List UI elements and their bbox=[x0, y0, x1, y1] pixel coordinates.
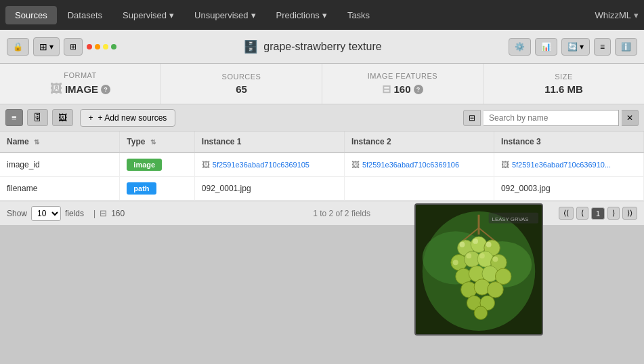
predictions-label: Predictions bbox=[276, 10, 320, 20]
col-name-label: Name bbox=[7, 137, 29, 146]
cell-type-1: path bbox=[120, 177, 195, 201]
nav-right: WhizzML ▾ bbox=[595, 10, 639, 20]
col-instance2: Instance 2 bbox=[344, 132, 494, 153]
instance2-value-0: 5f2591e36abad710c6369106 bbox=[362, 161, 459, 169]
nav-item-unsupervised[interactable]: Unsupervised ▾ bbox=[185, 6, 265, 24]
dot-yellow bbox=[103, 44, 108, 49]
format-text: IMAGE bbox=[65, 83, 98, 95]
col-name[interactable]: Name ⇅ bbox=[0, 132, 120, 153]
format-help-icon[interactable]: ? bbox=[101, 85, 110, 94]
configure-button[interactable]: ⚙️ bbox=[509, 38, 531, 56]
svg-point-18 bbox=[466, 254, 471, 259]
features-text: 160 bbox=[393, 83, 410, 95]
search-icon-button[interactable]: ⊟ bbox=[463, 110, 481, 126]
chart-button[interactable]: 📊 bbox=[535, 38, 557, 56]
show-count-select[interactable]: 10 25 50 bbox=[31, 206, 61, 221]
database-view-button[interactable]: 🗄 bbox=[27, 109, 48, 126]
nav-item-predictions[interactable]: Predictions ▾ bbox=[267, 6, 337, 24]
svg-point-19 bbox=[479, 254, 485, 259]
sources-label: Sources bbox=[15, 10, 47, 20]
instance1-link-0[interactable]: 🖼 5f2591e36abad710c6369105 bbox=[202, 160, 337, 169]
col-type[interactable]: Type ⇅ bbox=[120, 132, 195, 153]
unsupervised-chevron-icon: ▾ bbox=[251, 10, 256, 20]
content-toolbar: ≡ 🗄 🖼 + + Add new sources ⊟ ✕ bbox=[0, 104, 644, 132]
cell-name-0: image_id bbox=[0, 153, 120, 177]
search-area: ⊟ ✕ bbox=[463, 110, 639, 126]
svg-point-27 bbox=[488, 282, 503, 298]
top-navigation: Sources Datasets Supervised ▾ Unsupervis… bbox=[0, 0, 644, 30]
instance3-link-0[interactable]: 🖼 5f2591e36abad710c636910... bbox=[501, 160, 637, 169]
svg-text:LEASY GRVAS: LEASY GRVAS bbox=[492, 216, 529, 222]
fields-count: 160 bbox=[111, 209, 125, 218]
user-label[interactable]: WhizzML bbox=[595, 10, 631, 20]
features-icon: ⊟ bbox=[382, 83, 391, 96]
prev-page-button[interactable]: ⟨ bbox=[576, 207, 588, 220]
table-row: filename path 092_0001.jpg 092_0003.jpg bbox=[0, 177, 644, 201]
nav-item-supervised[interactable]: Supervised ▾ bbox=[113, 6, 184, 24]
lock-icon: 🔒 bbox=[13, 42, 23, 52]
type-badge-0: image bbox=[127, 159, 162, 171]
chart-icon: 📊 bbox=[541, 42, 551, 52]
instance1-value-1: 092_0001.jpg bbox=[202, 184, 251, 193]
instance2-link-0[interactable]: 🖼 5f2591e36abad710c6369106 bbox=[351, 160, 487, 169]
nav-item-sources[interactable]: Sources bbox=[5, 6, 57, 24]
col-instance1-label: Instance 1 bbox=[202, 137, 242, 146]
type-sort-icon[interactable]: ⇅ bbox=[150, 138, 156, 146]
svg-point-20 bbox=[493, 256, 498, 262]
col-instance1: Instance 1 bbox=[194, 132, 344, 153]
cell-inst3-1: 092_0003.jpg bbox=[494, 177, 643, 201]
dot-green bbox=[111, 44, 116, 49]
dot-orange bbox=[95, 44, 100, 49]
grape-image-preview: LEASY GRVAS bbox=[416, 205, 542, 334]
size-label: SIZE bbox=[555, 73, 572, 81]
loading-dots bbox=[87, 44, 116, 49]
refresh-button[interactable]: 🔄 ▾ bbox=[561, 38, 590, 56]
current-page-button[interactable]: 1 bbox=[591, 207, 605, 220]
predictions-chevron-icon: ▾ bbox=[322, 10, 327, 20]
cell-name-1: filename bbox=[0, 177, 120, 201]
list-view-button[interactable]: ≡ bbox=[5, 109, 23, 126]
stat-image-features: IMAGE FEATURES ⊟ 160 ? bbox=[322, 64, 484, 104]
nav-item-tasks[interactable]: Tasks bbox=[338, 6, 379, 24]
thumbnail-icon-0: 🖼 bbox=[202, 160, 210, 169]
next-page-button[interactable]: ⟩ bbox=[607, 207, 620, 220]
stat-sources: SOURCES 65 bbox=[161, 64, 322, 104]
add-sources-button[interactable]: + + Add new sources bbox=[80, 109, 176, 127]
table-footer: Show 10 25 50 fields | ⊟ 160 1 to 2 of 2… bbox=[0, 201, 644, 225]
info-button[interactable]: ℹ️ bbox=[615, 38, 637, 56]
formula-button[interactable]: ≡ bbox=[594, 38, 611, 56]
image-view-button[interactable]: 🖼 bbox=[52, 109, 73, 126]
footer-left: Show 10 25 50 fields | ⊟ 160 bbox=[7, 206, 125, 221]
unsupervised-label: Unsupervised bbox=[194, 10, 249, 20]
last-page-button[interactable]: ⟩⟩ bbox=[622, 207, 637, 220]
source-type-button[interactable]: ⊞ ▾ bbox=[33, 37, 60, 56]
supervised-chevron-icon: ▾ bbox=[169, 10, 174, 20]
features-help-icon[interactable]: ? bbox=[414, 85, 423, 94]
data-table: Name ⇅ Type ⇅ Instance 1 Instance 2 Inst… bbox=[0, 132, 644, 201]
database-icon: 🗄️ bbox=[243, 39, 258, 54]
refresh-chevron-icon: ▾ bbox=[580, 42, 584, 52]
nav-left: Sources Datasets Supervised ▾ Unsupervis… bbox=[5, 6, 379, 24]
lock-button[interactable]: 🔒 bbox=[7, 38, 29, 56]
search-clear-button[interactable]: ✕ bbox=[622, 110, 639, 126]
refresh-icon: 🔄 bbox=[567, 42, 578, 52]
instance3-value-1: 092_0003.jpg bbox=[501, 184, 551, 193]
grid-view-button[interactable]: ⊞ bbox=[64, 38, 83, 56]
col-instance3-label: Instance 3 bbox=[501, 137, 541, 146]
nav-item-datasets[interactable]: Datasets bbox=[58, 6, 112, 24]
info-icon: ℹ️ bbox=[621, 42, 631, 52]
col-instance2-label: Instance 2 bbox=[351, 137, 391, 146]
supervised-label: Supervised bbox=[123, 10, 167, 20]
name-sort-icon[interactable]: ⇅ bbox=[34, 138, 39, 146]
size-value: 11.6 MB bbox=[544, 83, 583, 95]
fields-label: fields bbox=[65, 209, 84, 218]
sources-stat-label: SOURCES bbox=[222, 73, 261, 81]
search-input[interactable] bbox=[484, 110, 619, 126]
cell-inst3-0: 🖼 5f2591e36abad710c636910... bbox=[494, 153, 643, 177]
show-label: Show bbox=[7, 209, 27, 218]
first-page-button[interactable]: ⟨⟨ bbox=[559, 207, 574, 220]
source-toolbar: 🔒 ⊞ ▾ ⊞ 🗄️ grape-strawberry texture ⚙️ 📊… bbox=[0, 30, 644, 64]
thumbnail-icon-2: 🖼 bbox=[501, 160, 509, 169]
svg-point-11 bbox=[473, 239, 478, 244]
add-sources-label: + Add new sources bbox=[98, 113, 167, 123]
